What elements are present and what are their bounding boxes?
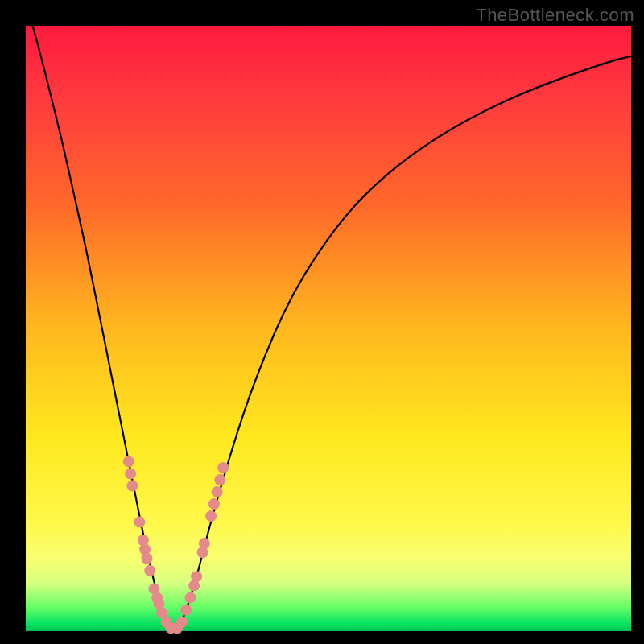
curve-marker xyxy=(125,469,136,480)
bottleneck-curve xyxy=(26,2,631,631)
curve-marker xyxy=(205,510,217,522)
curve-marker xyxy=(212,486,223,497)
curve-marker xyxy=(126,481,138,492)
curve-marker xyxy=(144,565,155,576)
curve-marker xyxy=(141,553,152,564)
chart-frame: TheBottleneck.com xyxy=(0,0,644,644)
curve-marker xyxy=(217,462,229,473)
curve-marker xyxy=(176,617,188,628)
curve-marker xyxy=(191,571,202,582)
curve-markers xyxy=(123,456,229,634)
curve-marker xyxy=(185,592,196,604)
curve-marker xyxy=(180,605,192,616)
curve-marker xyxy=(199,538,210,549)
plot-area xyxy=(26,26,631,631)
curve-marker xyxy=(123,456,134,467)
bottleneck-curve-svg xyxy=(26,26,631,631)
watermark-text: TheBottleneck.com xyxy=(476,5,634,26)
curve-marker xyxy=(214,474,225,485)
curve-marker xyxy=(134,517,145,528)
curve-marker xyxy=(208,498,220,510)
